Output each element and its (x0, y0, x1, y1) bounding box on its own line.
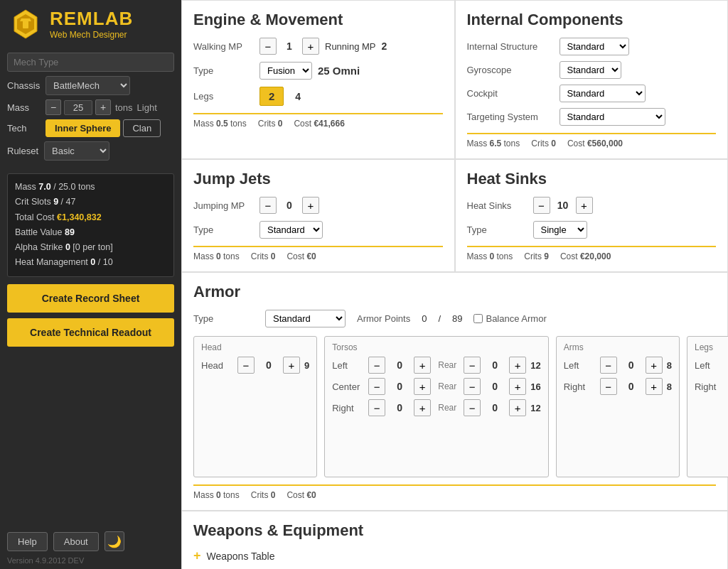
torso-right-rear-value: 0 (485, 402, 505, 413)
chassis-row: Chassis BattleMech IndustrialMech ProtoM… (7, 76, 174, 95)
hs-stepper: − 10 + (533, 197, 593, 214)
arm-left-decrease[interactable]: − (600, 357, 617, 374)
walking-mp-stepper: − 1 + (259, 38, 319, 55)
walking-mp-increase[interactable]: + (302, 38, 319, 55)
mass-stepper: − + (46, 99, 111, 115)
head-armor-decrease[interactable]: − (237, 357, 255, 374)
arm-left-row: Left − 0 + 8 (564, 357, 672, 374)
torso-center-rear-decrease[interactable]: − (464, 378, 481, 395)
legs-alt: 4 (295, 91, 301, 102)
ic-crits: Crits 0 (531, 139, 556, 148)
arm-right-decrease[interactable]: − (600, 378, 617, 395)
balance-armor-checkbox[interactable] (473, 314, 483, 323)
ic-cockpit-label: Cockpit (467, 88, 560, 99)
jumping-mp-increase[interactable]: + (302, 197, 319, 214)
mass-row: Mass − + tons Light (7, 99, 174, 115)
stat-mass-current: 7.0 (38, 182, 50, 192)
torso-left-rear-value: 0 (485, 359, 505, 371)
legs-box-title: Legs (695, 342, 728, 352)
about-btn[interactable]: About (53, 532, 99, 551)
mech-type-input[interactable] (7, 53, 174, 72)
ruleset-select[interactable]: Basic Standard Advanced (44, 141, 109, 161)
main-grid: Engine & Movement Walking MP − 1 + Runni… (181, 0, 728, 569)
torso-right-increase[interactable]: + (414, 399, 431, 416)
ic-cockpit-row: Cockpit Standard Small Torso-Mounted (467, 85, 717, 102)
jj-footer: Mass 0 tons Crits 0 Cost €0 (193, 246, 443, 261)
arm-left-increase[interactable]: + (646, 357, 663, 374)
ic-title: Internal Components (467, 11, 717, 29)
torso-right-decrease[interactable]: − (368, 399, 385, 416)
balance-armor-check: Balance Armor (473, 313, 546, 324)
walking-mp-row: Walking MP − 1 + Running MP 2 (193, 38, 443, 55)
chassis-select[interactable]: BattleMech IndustrialMech ProtoMech (46, 76, 130, 95)
torso-left-rear-increase[interactable]: + (509, 357, 526, 374)
torsos-box-title: Torsos (332, 342, 540, 352)
create-tech-readout-btn[interactable]: Create Technical Readout (7, 318, 174, 347)
hs-mass: Mass 0 tons (467, 251, 513, 261)
jumping-mp-decrease[interactable]: − (259, 197, 277, 214)
armor-mass: Mass 0 tons (193, 490, 240, 500)
hs-type-label: Type (467, 224, 528, 235)
walking-mp-label: Walking MP (193, 41, 254, 52)
engine-crits: Crits 0 (258, 119, 283, 129)
ic-structure-row: Internal Structure Standard Endo Steel (467, 38, 717, 55)
mech-type-section: Chassis BattleMech IndustrialMech ProtoM… (0, 48, 181, 169)
jj-type-select[interactable]: Standard Improved (259, 221, 323, 239)
hs-decrease[interactable]: − (533, 197, 550, 214)
torso-right-row: Right − 0 + Rear − 0 + 12 (332, 399, 540, 416)
arm-right-increase[interactable]: + (646, 378, 663, 395)
torso-left-decrease[interactable]: − (368, 357, 385, 374)
head-armor-value: 0 (259, 359, 279, 371)
arm-left-max: 8 (667, 360, 672, 371)
torsos-armor-box: Torsos Left − 0 + Rear − 0 + 12 Center (324, 336, 548, 477)
theme-toggle-btn[interactable]: 🌙 (105, 531, 124, 551)
ic-gyro-label: Gyroscope (467, 65, 560, 75)
legs-label: Legs (193, 91, 254, 102)
jumping-mp-stepper: − 0 + (259, 197, 319, 214)
engine-type-select[interactable]: Fusion XL Light (259, 62, 312, 80)
jumping-mp-value: 0 (279, 200, 299, 211)
mass-class: Light (137, 102, 157, 113)
stat-mass-total: 25.0 (58, 182, 75, 192)
tech-row: Tech Inner Sphere Clan (7, 119, 174, 137)
ic-gyro-select[interactable]: Standard XL Compact (560, 61, 621, 79)
stat-heat-total: 10 (103, 257, 113, 267)
ic-targeting-select[interactable]: Standard Targeting Computer (560, 108, 665, 126)
weapons-table-label: Weapons Table (207, 551, 275, 562)
torso-left-max: 12 (530, 360, 540, 371)
leg-right-row: Right − 0 + 12 (695, 378, 728, 395)
walking-mp-decrease[interactable]: − (259, 38, 277, 55)
create-record-sheet-btn[interactable]: Create Record Sheet (7, 284, 174, 313)
mass-value[interactable] (64, 100, 92, 115)
torso-left-rear-decrease[interactable]: − (464, 357, 481, 374)
armor-type-select[interactable]: Standard Ferro-Fibrous Light Ferro (265, 310, 346, 327)
ic-structure-select[interactable]: Standard Endo Steel (560, 38, 629, 55)
tech-clan-btn[interactable]: Clan (123, 119, 161, 137)
add-weapons-btn[interactable]: + (193, 548, 201, 563)
torso-left-increase[interactable]: + (414, 357, 431, 374)
torso-center-decrease[interactable]: − (368, 378, 385, 395)
hs-increase[interactable]: + (576, 197, 593, 214)
torso-right-rear-decrease[interactable]: − (464, 399, 481, 416)
mass-decrease-btn[interactable]: − (46, 99, 61, 115)
torso-center-rear-increase[interactable]: + (509, 378, 526, 395)
mass-increase-btn[interactable]: + (95, 99, 111, 115)
hs-type-select[interactable]: Single Double (533, 221, 587, 239)
torso-center-increase[interactable]: + (414, 378, 431, 395)
weapons-panel: Weapons & Equipment + Weapons Table Left… (181, 511, 728, 569)
ic-cockpit-select[interactable]: Standard Small Torso-Mounted (560, 85, 646, 102)
torso-right-max: 12 (530, 403, 540, 413)
torso-center-row: Center − 0 + Rear − 0 + 16 (332, 378, 540, 395)
armor-cost: Cost €0 (287, 490, 316, 500)
torso-right-rear-increase[interactable]: + (509, 399, 526, 416)
head-armor-increase[interactable]: + (283, 357, 300, 374)
help-btn[interactable]: Help (7, 532, 48, 551)
stat-alpha: 0 (65, 242, 70, 252)
sidebar: REMLAB Web Mech Designer Chassis BattleM… (0, 0, 181, 569)
torso-right-label: Right (332, 403, 364, 413)
hs-footer: Mass 0 tons Crits 9 Cost €20,000 (467, 246, 717, 261)
armor-footer: Mass 0 tons Crits 0 Cost €0 (193, 484, 716, 500)
tech-inner-btn[interactable]: Inner Sphere (46, 119, 120, 137)
tech-label: Tech (7, 123, 41, 134)
heat-sinks-panel: Heat Sinks Heat Sinks − 10 + Type Single… (455, 159, 729, 272)
